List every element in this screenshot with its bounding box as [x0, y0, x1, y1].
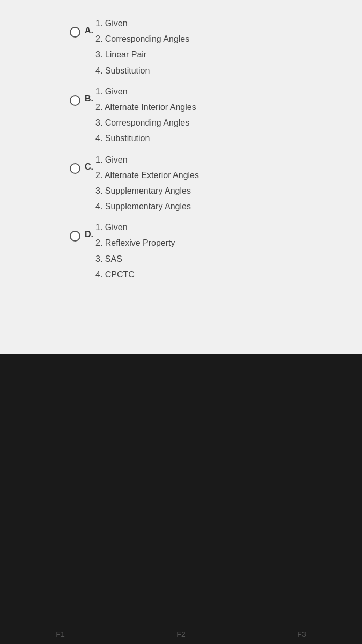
- list-item: 4. Supplementary Angles: [95, 199, 199, 214]
- option-d-label: D.: [85, 230, 93, 239]
- option-a-radio-container[interactable]: [70, 27, 80, 38]
- option-c-list: 1. Given 2. Alternate Exterior Angles 3.…: [95, 152, 199, 214]
- option-b-list: 1. Given 2. Alternate Interior Angles 3.…: [95, 84, 196, 146]
- option-a-list: 1. Given 2. Corresponding Angles 3. Line…: [95, 16, 189, 78]
- option-d-list: 1. Given 2. Reflexive Property 3. SAS 4.…: [95, 220, 175, 282]
- quiz-options-container: A. 1. Given 2. Corresponding Angles 3. L…: [0, 0, 362, 354]
- list-item: 1. Given: [95, 220, 175, 235]
- option-b-radio[interactable]: [70, 95, 80, 106]
- list-item: 1. Given: [95, 152, 199, 167]
- list-item: 2. Alternate Interior Angles: [95, 100, 196, 114]
- list-item: 3. Linear Pair: [95, 47, 189, 62]
- f2-key[interactable]: F2: [176, 630, 185, 639]
- list-item: 4. CPCTC: [95, 267, 175, 282]
- list-item: 2. Reflexive Property: [95, 236, 175, 250]
- option-a-row: A. 1. Given 2. Corresponding Angles 3. L…: [0, 16, 362, 78]
- option-c-radio-container[interactable]: [70, 163, 80, 174]
- list-item: 3. SAS: [95, 252, 175, 266]
- list-item: 4. Substitution: [95, 131, 196, 145]
- list-item: 2. Corresponding Angles: [95, 32, 189, 46]
- option-b-label: B.: [85, 94, 93, 104]
- f3-key[interactable]: F3: [297, 630, 306, 639]
- list-item: 4. Substitution: [95, 63, 189, 78]
- list-item: 3. Corresponding Angles: [95, 115, 196, 130]
- f1-key[interactable]: F1: [56, 630, 64, 639]
- option-a-radio[interactable]: [70, 27, 80, 38]
- option-d-row: D. 1. Given 2. Reflexive Property 3. SAS…: [0, 220, 362, 282]
- option-a-label: A.: [85, 26, 93, 35]
- list-item: 2. Alternate Exterior Angles: [95, 168, 199, 182]
- option-b-row: B. 1. Given 2. Alternate Interior Angles…: [0, 84, 362, 146]
- option-b-radio-container[interactable]: [70, 95, 80, 106]
- option-c-radio[interactable]: [70, 163, 80, 174]
- option-c-row: C. 1. Given 2. Alternate Exterior Angles…: [0, 152, 362, 214]
- list-item: 3. Supplementary Angles: [95, 184, 199, 198]
- list-item: 1. Given: [95, 16, 189, 31]
- option-d-radio[interactable]: [70, 231, 80, 241]
- option-c-label: C.: [85, 162, 93, 172]
- list-item: 1. Given: [95, 84, 196, 99]
- taskbar-area: F1 F2 F3: [0, 354, 362, 644]
- option-d-radio-container[interactable]: [70, 231, 80, 241]
